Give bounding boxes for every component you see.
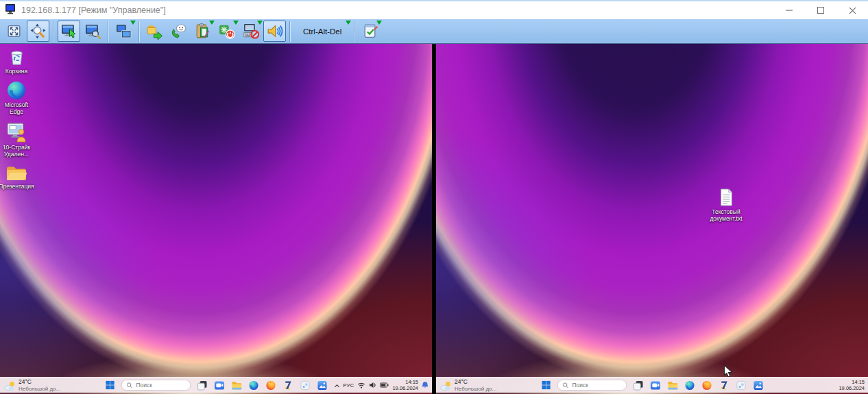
clipboard-icon bbox=[194, 23, 211, 40]
desktop-icon-label: Корзина bbox=[5, 68, 27, 75]
weather-desc: Небольшой до... bbox=[455, 386, 496, 393]
weather-widget[interactable]: 24°C Небольшой до... bbox=[439, 378, 496, 393]
desktop-icon-presentation-folder[interactable]: Презентация bbox=[0, 164, 33, 190]
notification-bell-icon[interactable] bbox=[422, 379, 429, 391]
remote-desktop-left[interactable]: Корзина Microsoft Edge bbox=[0, 44, 432, 394]
remote-desktop-right[interactable]: Текстовый документ.txt 24°C Небольшой до… bbox=[436, 44, 868, 394]
edge-icon bbox=[685, 380, 695, 391]
weather-icon bbox=[3, 380, 16, 391]
dropdown-arrow-icon bbox=[376, 21, 382, 25]
task-view-button[interactable] bbox=[633, 380, 644, 391]
task-view-button[interactable] bbox=[197, 380, 208, 391]
photos-button[interactable] bbox=[753, 380, 764, 391]
photos-icon bbox=[317, 380, 328, 391]
desktop-icon-text-document[interactable]: Текстовый документ.txt bbox=[706, 188, 746, 222]
volume-icon[interactable] bbox=[369, 379, 376, 391]
search-box[interactable]: Поиск bbox=[557, 380, 627, 391]
cleaner-app-button[interactable] bbox=[736, 380, 747, 391]
remote-view-icon bbox=[84, 23, 101, 40]
monitors-icon bbox=[115, 23, 132, 40]
start-button[interactable] bbox=[104, 380, 116, 391]
select-monitors-button[interactable] bbox=[112, 21, 135, 42]
desktop-icon-ten-strike[interactable]: 10-Страйк Удален... bbox=[0, 122, 33, 158]
toolbar: Ctrl-Alt-Del bbox=[0, 19, 868, 44]
edge-button[interactable] bbox=[248, 380, 260, 391]
photos-icon bbox=[754, 380, 764, 391]
taskbar-right-monitor: 24°C Небольшой до... Поиск bbox=[436, 377, 868, 393]
chat-button[interactable] bbox=[650, 380, 662, 391]
sound-button[interactable] bbox=[263, 21, 286, 42]
photos-button[interactable] bbox=[317, 380, 328, 391]
task-confirm-button[interactable] bbox=[359, 21, 381, 42]
file-explorer-icon bbox=[668, 380, 678, 391]
remote-monitor-icon bbox=[5, 3, 16, 17]
system-tray: РУС 14:15 19.06.2024 bbox=[334, 378, 429, 393]
chevron-up-icon bbox=[334, 383, 340, 389]
control-mode-button[interactable] bbox=[58, 21, 80, 42]
firefox-button[interactable] bbox=[265, 380, 277, 391]
file-transfer-icon bbox=[146, 23, 163, 40]
firefox-button[interactable] bbox=[701, 380, 713, 391]
taskbar-app-7-button[interactable] bbox=[282, 380, 294, 391]
desktop-icon-microsoft-edge[interactable]: Microsoft Edge bbox=[0, 81, 33, 115]
fullscreen-button[interactable] bbox=[3, 21, 25, 42]
toolbar-separator bbox=[354, 21, 355, 42]
search-placeholder: Поиск bbox=[136, 382, 153, 389]
taskbar-app-cluster: Поиск bbox=[104, 378, 328, 393]
block-remote-input-button[interactable] bbox=[239, 21, 262, 42]
taskbar-left-monitor: 24°C Небольшой до... Поиск bbox=[0, 377, 432, 393]
tray-overflow-chevron[interactable] bbox=[334, 379, 340, 391]
glass-sparkle-icon bbox=[736, 380, 747, 391]
remote-screens-area: Корзина Microsoft Edge bbox=[0, 44, 868, 394]
close-button[interactable] bbox=[836, 1, 868, 19]
firefox-icon bbox=[266, 380, 276, 391]
clock-date: 19.06.2024 bbox=[839, 385, 865, 391]
search-box[interactable]: Поиск bbox=[121, 380, 191, 391]
chat-icon bbox=[215, 380, 225, 391]
chat-icon bbox=[651, 380, 661, 391]
file-transfer-button[interactable] bbox=[143, 21, 166, 42]
ctrl-alt-del-label: Ctrl-Alt-Del bbox=[303, 27, 341, 36]
weather-temp: 24°C bbox=[19, 378, 60, 386]
battery-icon[interactable] bbox=[380, 379, 389, 391]
glass-sparkle-icon bbox=[300, 380, 311, 391]
desktop-icon-label: Презентация bbox=[0, 183, 34, 190]
dropdown-arrow-icon bbox=[257, 21, 263, 25]
clipboard-sync-button[interactable] bbox=[191, 21, 214, 42]
power-actions-button[interactable] bbox=[215, 21, 238, 42]
weather-widget[interactable]: 24°C Небольшой до... bbox=[3, 378, 60, 393]
clock[interactable]: 14:15 19.06.2024 bbox=[392, 379, 418, 392]
toolbar-separator bbox=[289, 21, 291, 42]
chat-button[interactable] bbox=[214, 380, 226, 391]
maximize-button[interactable] bbox=[805, 1, 836, 19]
desktop-icon-label: Microsoft Edge bbox=[0, 101, 33, 115]
weather-icon bbox=[439, 380, 452, 391]
voice-chat-icon bbox=[170, 23, 187, 40]
remote-control-icon bbox=[60, 23, 77, 40]
start-button[interactable] bbox=[540, 380, 552, 391]
minimize-button[interactable] bbox=[773, 1, 805, 19]
taskbar-app-7-button[interactable] bbox=[719, 380, 730, 391]
zoom-icon bbox=[29, 23, 47, 40]
view-only-button[interactable] bbox=[82, 21, 104, 42]
fullscreen-icon bbox=[5, 23, 23, 40]
folder-icon bbox=[5, 164, 27, 182]
file-explorer-button[interactable] bbox=[667, 380, 679, 391]
language-indicator[interactable]: РУС bbox=[343, 382, 354, 389]
app-7-icon bbox=[719, 380, 730, 391]
dropdown-arrow-icon bbox=[233, 21, 239, 25]
clock[interactable]: 14:15 19.06.2024 bbox=[839, 379, 865, 392]
voice-chat-button[interactable] bbox=[167, 21, 190, 42]
ctrl-alt-del-button[interactable]: Ctrl-Alt-Del bbox=[294, 21, 350, 42]
toolbar-separator bbox=[108, 21, 109, 42]
task-view-icon bbox=[197, 380, 208, 391]
cleaner-app-button[interactable] bbox=[300, 380, 311, 391]
clock-time: 14:15 bbox=[392, 379, 418, 385]
wifi-icon[interactable] bbox=[357, 379, 365, 391]
edge-button[interactable] bbox=[684, 380, 696, 391]
zoom-scale-button[interactable] bbox=[27, 21, 49, 42]
desktop-icon-recycle-bin[interactable]: Корзина bbox=[0, 47, 33, 75]
weather-desc: Небольшой до... bbox=[19, 386, 60, 393]
file-explorer-icon bbox=[232, 380, 242, 391]
file-explorer-button[interactable] bbox=[231, 380, 243, 391]
